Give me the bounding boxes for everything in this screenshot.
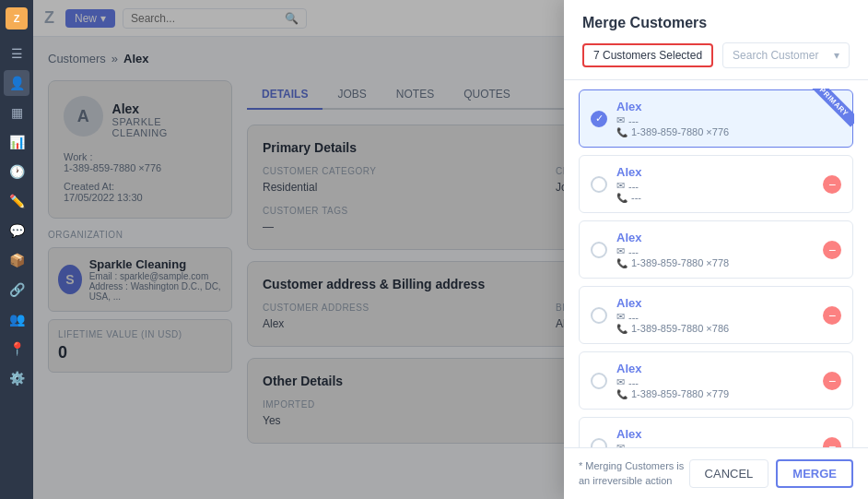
radio-button[interactable] xyxy=(591,242,607,258)
remove-button[interactable]: − xyxy=(823,372,841,390)
sidebar-chat-icon[interactable]: 💬 xyxy=(4,218,29,244)
customer-item-phone: 📞 1-389-859-7880 ×779 xyxy=(616,388,814,399)
sidebar-box-icon[interactable]: 📦 xyxy=(4,247,29,273)
remove-button[interactable]: − xyxy=(823,437,841,448)
chevron-down-icon: ▾ xyxy=(834,49,839,62)
main-area: Z New ▾ 🔍 Customers » Alex A Alex xyxy=(33,0,868,499)
sidebar-chart-icon[interactable]: 📊 xyxy=(4,129,29,155)
primary-ribbon: PRIMARY xyxy=(808,89,854,135)
customer-item-info: Alex ✉ --- 📞 1-389-859-7880 ×786 xyxy=(616,296,814,334)
customer-item-info: Alex ✉ --- 📞 1-389-859-7880 ×906 xyxy=(616,427,814,447)
customer-list: ✓ Alex ✉ --- 📞 1-389-859-7880 ×776 PRIMA… xyxy=(564,80,868,447)
search-customer-dropdown[interactable]: Search Customer ▾ xyxy=(722,42,850,68)
radio-button[interactable] xyxy=(591,373,607,389)
radio-button[interactable] xyxy=(591,438,607,448)
sidebar-logo: Z xyxy=(6,7,28,30)
merge-modal: Merge Customers 7 Customers Selected Sea… xyxy=(564,0,868,499)
sidebar-edit-icon[interactable]: ✏️ xyxy=(4,188,29,214)
modal-header: Merge Customers 7 Customers Selected Sea… xyxy=(564,0,868,80)
list-item[interactable]: Alex ✉ --- 📞 1-389-859-7880 ×906 − xyxy=(579,417,853,447)
radio-button[interactable]: ✓ xyxy=(591,111,607,127)
list-item[interactable]: Alex ✉ --- 📞 --- − xyxy=(579,155,853,213)
customer-item-email: ✉ --- xyxy=(616,245,814,257)
customer-item-name: Alex xyxy=(616,427,814,441)
remove-button[interactable]: − xyxy=(823,241,841,259)
customer-item-email: ✉ --- xyxy=(616,376,814,388)
customer-item-info: Alex ✉ --- 📞 --- xyxy=(616,165,814,203)
sidebar-location-icon[interactable]: 📍 xyxy=(4,336,29,362)
search-customer-placeholder: Search Customer xyxy=(733,49,818,62)
remove-button[interactable]: − xyxy=(823,175,841,194)
customer-item-name: Alex xyxy=(616,231,814,244)
modal-title: Merge Customers xyxy=(582,15,850,31)
list-item[interactable]: Alex ✉ --- 📞 1-389-859-7880 ×778 − xyxy=(579,220,853,279)
selected-badge: 7 Customers Selected xyxy=(582,43,713,67)
check-icon: ✓ xyxy=(595,113,604,125)
remove-button[interactable]: − xyxy=(823,306,841,325)
merge-button[interactable]: MERGE xyxy=(776,459,853,488)
customer-item-info: Alex ✉ --- 📞 1-389-859-7880 ×779 xyxy=(616,362,814,399)
primary-label: PRIMARY xyxy=(809,89,854,127)
customer-item-name: Alex xyxy=(616,296,814,310)
sidebar-customers-icon[interactable]: 👤 xyxy=(4,70,29,96)
customer-item-email: ✉ --- xyxy=(616,180,814,192)
list-item[interactable]: Alex ✉ --- 📞 1-389-859-7880 ×786 − xyxy=(579,286,853,344)
radio-button[interactable] xyxy=(591,307,607,324)
sidebar-users-icon[interactable]: 👥 xyxy=(4,306,29,332)
customer-item-phone: 📞 1-389-859-7880 ×778 xyxy=(616,257,814,268)
customer-item-email: ✉ --- xyxy=(616,442,814,447)
sidebar-link-icon[interactable]: 🔗 xyxy=(4,277,29,303)
sidebar-menu-icon[interactable]: ☰ xyxy=(4,41,29,66)
customer-item-email: ✉ --- xyxy=(616,311,814,323)
footer-warning: * Merging Customers is an irreversible a… xyxy=(579,459,689,488)
list-item[interactable]: Alex ✉ --- 📞 1-389-859-7880 ×779 − xyxy=(579,351,853,410)
sidebar: Z ☰ 👤 ▦ 📊 🕐 ✏️ 💬 📦 🔗 👥 📍 ⚙️ xyxy=(0,0,33,499)
cancel-button[interactable]: CANCEL xyxy=(689,459,769,488)
customer-item-phone: 📞 1-389-859-7880 ×786 xyxy=(616,323,814,334)
customer-item-info: Alex ✉ --- 📞 1-389-859-7880 ×778 xyxy=(616,231,814,268)
radio-button[interactable] xyxy=(591,176,607,193)
sidebar-clock-icon[interactable]: 🕐 xyxy=(4,159,29,184)
list-item[interactable]: ✓ Alex ✉ --- 📞 1-389-859-7880 ×776 PRIMA… xyxy=(579,89,853,148)
sidebar-settings-icon[interactable]: ⚙️ xyxy=(4,365,29,391)
modal-footer: * Merging Customers is an irreversible a… xyxy=(564,447,868,499)
customer-item-phone: 📞 --- xyxy=(616,192,814,203)
sidebar-list-icon[interactable]: ▦ xyxy=(4,100,29,125)
customer-item-name: Alex xyxy=(616,362,814,375)
customer-item-name: Alex xyxy=(616,165,814,179)
